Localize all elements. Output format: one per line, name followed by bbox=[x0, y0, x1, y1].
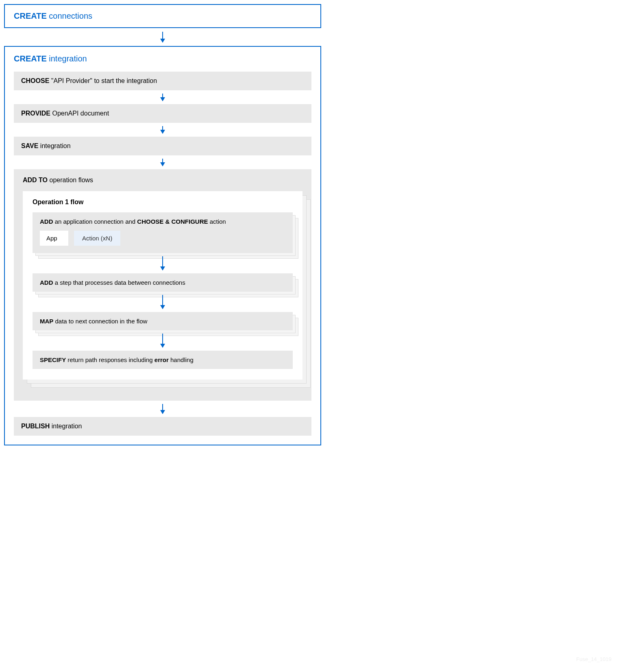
add-to-rest: operation flows bbox=[48, 177, 93, 183]
add-step-rest: a step that processes data between conne… bbox=[53, 279, 185, 286]
map-rest: data to next connection in the flow bbox=[53, 318, 147, 325]
add-connection-p4: action bbox=[208, 218, 226, 225]
create-connections-verb: CREATE bbox=[14, 11, 47, 20]
action-box: Action (xN) bbox=[74, 231, 120, 246]
add-connection-p3: CHOOSE & CONFIGURE bbox=[137, 218, 208, 225]
add-connection-step: ADD an application connection and CHOOSE… bbox=[33, 212, 293, 253]
specify-p2: return path responses including bbox=[66, 356, 154, 363]
add-connection-stack: ADD an application connection and CHOOSE… bbox=[33, 212, 293, 253]
choose-rest: "API Provider" to start the integration bbox=[49, 77, 157, 84]
arrow-icon bbox=[14, 123, 311, 137]
create-connections-rest: connections bbox=[47, 11, 92, 20]
create-integration-verb: CREATE bbox=[14, 54, 47, 63]
save-rest: integration bbox=[38, 142, 70, 149]
specify-p1: SPECIFY bbox=[40, 356, 66, 363]
provide-step: PROVIDE OpenAPI document bbox=[14, 104, 311, 123]
choose-step: CHOOSE "API Provider" to start the integ… bbox=[14, 72, 311, 90]
specify-step: SPECIFY return path responses including … bbox=[33, 351, 293, 369]
app-action-row: App Action (xN) bbox=[40, 231, 285, 246]
add-connection-p1: ADD bbox=[40, 218, 53, 225]
add-step-step: ADD a step that processes data between c… bbox=[33, 273, 293, 292]
specify-p3: error bbox=[154, 356, 169, 363]
add-to-flows-box: ADD TO operation flows Operation 1 flow … bbox=[14, 169, 311, 401]
operation-flow-stack: Operation 1 flow ADD an application conn… bbox=[23, 191, 302, 380]
create-connections-box: CREATE connections bbox=[4, 4, 321, 28]
specify-p4: handling bbox=[169, 356, 194, 363]
create-integration-title: CREATE integration bbox=[14, 54, 311, 63]
save-step: SAVE integration bbox=[14, 137, 311, 155]
add-to-flows-title: ADD TO operation flows bbox=[23, 177, 302, 184]
arrow-icon bbox=[14, 90, 311, 104]
publish-verb: PUBLISH bbox=[21, 423, 50, 430]
publish-step: PUBLISH integration bbox=[14, 417, 311, 436]
operation-flow-card: Operation 1 flow ADD an application conn… bbox=[23, 191, 302, 380]
create-integration-box: CREATE integration CHOOSE "API Provider"… bbox=[4, 46, 321, 445]
arrow-icon bbox=[14, 155, 311, 169]
arrow-icon bbox=[14, 401, 311, 417]
arrow-icon bbox=[4, 28, 321, 46]
provide-rest: OpenAPI document bbox=[50, 110, 109, 117]
add-connection-p2: an application connection and bbox=[53, 218, 137, 225]
app-box: App bbox=[40, 231, 68, 246]
add-step-verb: ADD bbox=[40, 279, 53, 286]
add-connection-text: ADD an application connection and CHOOSE… bbox=[40, 218, 285, 225]
publish-rest: integration bbox=[50, 423, 82, 430]
add-to-verb: ADD TO bbox=[23, 177, 48, 183]
create-connections-title: CREATE connections bbox=[14, 11, 92, 20]
save-verb: SAVE bbox=[21, 142, 38, 149]
map-verb: MAP bbox=[40, 318, 53, 325]
provide-verb: PROVIDE bbox=[21, 110, 50, 117]
choose-verb: CHOOSE bbox=[21, 77, 49, 84]
add-step-stack: ADD a step that processes data between c… bbox=[33, 273, 293, 292]
map-stack: MAP data to next connection in the flow bbox=[33, 312, 293, 330]
operation-flow-title: Operation 1 flow bbox=[33, 199, 293, 206]
create-integration-rest: integration bbox=[47, 54, 87, 63]
map-step: MAP data to next connection in the flow bbox=[33, 312, 293, 330]
